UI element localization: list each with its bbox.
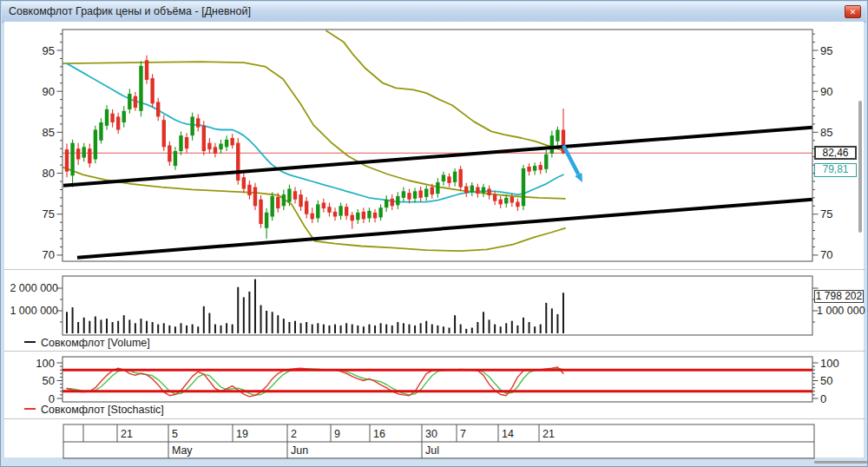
volume-bar: [523, 318, 524, 333]
volume-bar: [106, 319, 108, 333]
volume-legend[interactable]: Совкомфлот [Volume]: [1, 337, 150, 349]
candle: [458, 169, 462, 187]
volume-bar: [534, 326, 536, 333]
volume-bar: [483, 312, 484, 333]
candle: [522, 168, 525, 206]
candle: [539, 165, 542, 170]
candle: [544, 155, 548, 169]
volume-bar: [477, 322, 478, 333]
volume-pane[interactable]: 2 000 0001 000 0001 000 000: [10, 276, 865, 335]
volume-bar: [294, 321, 296, 333]
volume-bar: [516, 326, 518, 333]
volume-bar: [157, 325, 159, 333]
svg-text:95: 95: [43, 44, 55, 57]
ma-value-label: 79,81: [814, 163, 857, 177]
candle: [270, 196, 273, 217]
candle: [174, 151, 177, 166]
stochastic-legend-label: Совкомфлот [Stochastic]: [41, 404, 164, 416]
candle: [311, 214, 314, 220]
date-axis: 2151929163071421MayJunJul: [63, 424, 814, 458]
volume-bar: [272, 312, 273, 333]
candle: [230, 138, 233, 145]
volume-bar: [163, 323, 165, 333]
candle: [94, 130, 97, 160]
volume-bar: [112, 322, 114, 333]
volume-bar: [146, 321, 148, 333]
candle: [196, 118, 200, 127]
candle: [293, 191, 297, 199]
candle: [367, 211, 371, 218]
volume-bar: [128, 319, 130, 333]
candle: [424, 188, 428, 196]
candle: [276, 197, 279, 208]
candle: [391, 199, 394, 206]
volume-bar: [465, 329, 467, 333]
candle: [162, 120, 166, 147]
vertical-scrollbar-thumb[interactable]: [858, 101, 862, 233]
last-price-label: 82,46: [814, 146, 857, 160]
horizontal-scrollbar-thumb[interactable]: [814, 461, 867, 464]
svg-text:90: 90: [820, 85, 832, 98]
volume-bar: [505, 323, 507, 333]
svg-text:70: 70: [43, 248, 55, 261]
price-pane[interactable]: 959590908585808075757070: [43, 30, 833, 261]
candle: [242, 177, 246, 188]
candle: [418, 190, 422, 197]
volume-bar: [352, 325, 353, 333]
candle: [436, 182, 439, 194]
volume-bar: [425, 321, 427, 333]
volume-bar: [220, 326, 222, 333]
chart-canvas[interactable]: 9595909085858080757570702 000 0001 000 0…: [1, 1, 868, 467]
candle: [453, 172, 457, 182]
candle: [351, 215, 354, 221]
svg-text:50: 50: [820, 374, 832, 387]
candle: [322, 203, 326, 209]
candle: [493, 194, 496, 201]
volume-bar: [135, 323, 136, 333]
last-volume-label: 1 798 202: [814, 290, 864, 303]
volume-bar: [562, 293, 564, 333]
candle: [470, 186, 474, 193]
price-plot-border: [62, 30, 812, 261]
candle: [65, 149, 69, 171]
candle: [202, 126, 206, 151]
candle: [442, 174, 445, 181]
stochastic-pane[interactable]: 100100505000: [36, 357, 838, 405]
volume-bar: [385, 325, 387, 333]
candle: [207, 143, 211, 150]
candle: [504, 198, 508, 204]
svg-text:1 000 000: 1 000 000: [817, 305, 865, 317]
volume-bar: [431, 325, 433, 333]
volume-bar: [312, 325, 313, 333]
candle: [287, 188, 291, 201]
volume-bar: [471, 328, 473, 334]
volume-bar: [300, 323, 302, 333]
svg-text:14: 14: [502, 428, 514, 440]
volume-bar: [500, 326, 502, 333]
candle: [356, 213, 359, 220]
volume-legend-dash-icon: [24, 341, 36, 343]
volume-bar: [140, 319, 141, 333]
stochastic-legend[interactable]: Совкомфлот [Stochastic]: [1, 404, 164, 416]
volume-bar: [323, 325, 325, 333]
svg-text:70: 70: [820, 248, 832, 261]
candle: [385, 200, 388, 207]
svg-text:May: May: [172, 444, 193, 457]
volume-bar: [397, 322, 398, 333]
svg-text:95: 95: [820, 44, 832, 57]
candle: [105, 109, 108, 126]
volume-bar: [556, 314, 558, 333]
volume-bar: [168, 326, 170, 333]
volume-bar: [123, 315, 125, 333]
svg-text:30: 30: [425, 428, 437, 440]
candle: [407, 193, 411, 200]
volume-bar: [408, 325, 410, 333]
candle: [99, 122, 102, 141]
candle: [373, 213, 377, 219]
volume-bar: [208, 313, 210, 333]
volume-bar: [89, 321, 90, 333]
candle: [156, 102, 160, 116]
candle: [482, 187, 485, 194]
candle: [168, 145, 171, 161]
volume-bar: [214, 325, 216, 333]
